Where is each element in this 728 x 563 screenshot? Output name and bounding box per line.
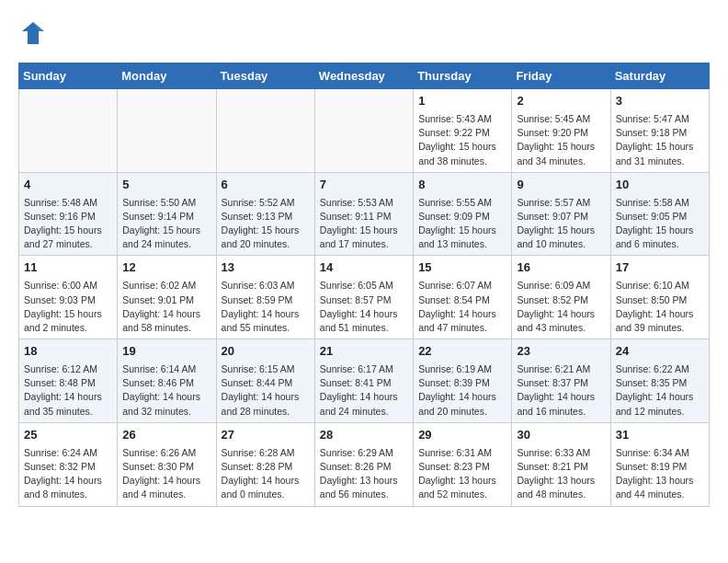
calendar-cell: 7Sunrise: 5:53 AM Sunset: 9:11 PM Daylig…	[314, 172, 413, 256]
day-number: 3	[616, 93, 704, 110]
day-content: Sunrise: 6:31 AM Sunset: 8:23 PM Dayligh…	[418, 446, 506, 502]
day-number: 24	[616, 343, 704, 361]
day-number: 13	[222, 259, 310, 277]
svg-marker-0	[22, 22, 44, 44]
day-content: Sunrise: 6:22 AM Sunset: 8:35 PM Dayligh…	[616, 362, 704, 419]
calendar-cell: 23Sunrise: 6:21 AM Sunset: 8:37 PM Dayli…	[512, 339, 610, 423]
calendar-cell: 14Sunrise: 6:05 AM Sunset: 8:57 PM Dayli…	[314, 256, 413, 339]
day-content: Sunrise: 5:47 AM Sunset: 9:18 PM Dayligh…	[616, 112, 704, 168]
calendar-cell: 31Sunrise: 6:34 AM Sunset: 8:19 PM Dayli…	[610, 422, 709, 506]
calendar-cell	[216, 89, 314, 173]
week-row-1: 1Sunrise: 5:43 AM Sunset: 9:22 PM Daylig…	[19, 89, 710, 173]
day-number: 1	[418, 93, 506, 110]
day-number: 15	[418, 259, 506, 277]
col-header-wednesday: Wednesday	[314, 63, 413, 89]
calendar-cell: 11Sunrise: 6:00 AM Sunset: 9:03 PM Dayli…	[19, 256, 118, 339]
day-number: 4	[24, 177, 112, 194]
calendar-cell: 8Sunrise: 5:55 AM Sunset: 9:09 PM Daylig…	[414, 172, 512, 256]
calendar-cell: 15Sunrise: 6:07 AM Sunset: 8:54 PM Dayli…	[414, 256, 512, 339]
day-number: 8	[418, 177, 506, 194]
day-content: Sunrise: 6:12 AM Sunset: 8:48 PM Dayligh…	[24, 362, 112, 419]
day-number: 5	[122, 177, 210, 194]
col-header-thursday: Thursday	[414, 63, 512, 89]
calendar-cell: 18Sunrise: 6:12 AM Sunset: 8:48 PM Dayli…	[19, 339, 118, 423]
calendar-cell: 21Sunrise: 6:17 AM Sunset: 8:41 PM Dayli…	[314, 339, 413, 423]
day-content: Sunrise: 6:03 AM Sunset: 8:59 PM Dayligh…	[222, 279, 310, 335]
day-number: 20	[222, 343, 310, 361]
day-number: 23	[517, 343, 605, 361]
calendar-cell: 16Sunrise: 6:09 AM Sunset: 8:52 PM Dayli…	[512, 256, 610, 339]
day-content: Sunrise: 6:21 AM Sunset: 8:37 PM Dayligh…	[517, 362, 605, 419]
day-number: 6	[222, 177, 310, 194]
day-content: Sunrise: 5:53 AM Sunset: 9:11 PM Dayligh…	[320, 196, 408, 252]
day-number: 2	[517, 93, 605, 110]
calendar-cell: 29Sunrise: 6:31 AM Sunset: 8:23 PM Dayli…	[414, 422, 512, 506]
col-header-sunday: Sunday	[19, 63, 118, 89]
day-content: Sunrise: 6:05 AM Sunset: 8:57 PM Dayligh…	[320, 279, 408, 335]
calendar-cell: 12Sunrise: 6:02 AM Sunset: 9:01 PM Dayli…	[118, 256, 216, 339]
day-content: Sunrise: 6:10 AM Sunset: 8:50 PM Dayligh…	[616, 279, 704, 335]
day-content: Sunrise: 5:58 AM Sunset: 9:05 PM Dayligh…	[616, 196, 704, 252]
day-content: Sunrise: 6:07 AM Sunset: 8:54 PM Dayligh…	[418, 279, 506, 335]
calendar-cell: 6Sunrise: 5:52 AM Sunset: 9:13 PM Daylig…	[216, 172, 314, 256]
day-number: 9	[517, 177, 605, 194]
day-content: Sunrise: 5:48 AM Sunset: 9:16 PM Dayligh…	[24, 196, 112, 252]
day-number: 19	[122, 343, 210, 361]
col-header-tuesday: Tuesday	[216, 63, 314, 89]
day-number: 12	[122, 259, 210, 277]
day-content: Sunrise: 5:45 AM Sunset: 9:20 PM Dayligh…	[517, 112, 605, 168]
calendar-cell: 26Sunrise: 6:26 AM Sunset: 8:30 PM Dayli…	[118, 422, 216, 506]
day-number: 11	[24, 259, 112, 277]
logo	[18, 18, 51, 48]
day-number: 16	[517, 259, 605, 277]
day-number: 10	[616, 177, 704, 194]
day-content: Sunrise: 6:34 AM Sunset: 8:19 PM Dayligh…	[616, 446, 704, 502]
col-header-saturday: Saturday	[610, 63, 709, 89]
calendar-cell: 22Sunrise: 6:19 AM Sunset: 8:39 PM Dayli…	[414, 339, 512, 423]
calendar-cell: 25Sunrise: 6:24 AM Sunset: 8:32 PM Dayli…	[19, 422, 118, 506]
day-content: Sunrise: 5:57 AM Sunset: 9:07 PM Dayligh…	[517, 196, 605, 252]
header-row: SundayMondayTuesdayWednesdayThursdayFrid…	[19, 63, 710, 89]
calendar-cell: 13Sunrise: 6:03 AM Sunset: 8:59 PM Dayli…	[216, 256, 314, 339]
day-content: Sunrise: 5:55 AM Sunset: 9:09 PM Dayligh…	[418, 196, 506, 252]
calendar-table: SundayMondayTuesdayWednesdayThursdayFrid…	[18, 63, 710, 507]
page-header	[18, 18, 710, 48]
calendar-cell: 5Sunrise: 5:50 AM Sunset: 9:14 PM Daylig…	[118, 172, 216, 256]
day-number: 21	[320, 343, 408, 361]
week-row-4: 18Sunrise: 6:12 AM Sunset: 8:48 PM Dayli…	[19, 339, 710, 423]
day-content: Sunrise: 6:17 AM Sunset: 8:41 PM Dayligh…	[320, 362, 408, 419]
day-number: 25	[24, 427, 112, 444]
calendar-cell: 17Sunrise: 6:10 AM Sunset: 8:50 PM Dayli…	[610, 256, 709, 339]
day-content: Sunrise: 6:19 AM Sunset: 8:39 PM Dayligh…	[418, 362, 506, 419]
day-content: Sunrise: 6:02 AM Sunset: 9:01 PM Dayligh…	[122, 279, 210, 335]
day-content: Sunrise: 6:15 AM Sunset: 8:44 PM Dayligh…	[222, 362, 310, 419]
day-content: Sunrise: 6:14 AM Sunset: 8:46 PM Dayligh…	[122, 362, 210, 419]
day-number: 22	[418, 343, 506, 361]
day-content: Sunrise: 5:50 AM Sunset: 9:14 PM Dayligh…	[122, 196, 210, 252]
day-number: 26	[122, 427, 210, 444]
day-content: Sunrise: 6:29 AM Sunset: 8:26 PM Dayligh…	[320, 446, 408, 502]
calendar-cell: 3Sunrise: 5:47 AM Sunset: 9:18 PM Daylig…	[610, 89, 709, 173]
week-row-5: 25Sunrise: 6:24 AM Sunset: 8:32 PM Dayli…	[19, 422, 710, 506]
day-content: Sunrise: 6:33 AM Sunset: 8:21 PM Dayligh…	[517, 446, 605, 502]
col-header-monday: Monday	[118, 63, 216, 89]
day-number: 30	[517, 427, 605, 444]
day-content: Sunrise: 6:26 AM Sunset: 8:30 PM Dayligh…	[122, 446, 210, 502]
calendar-cell: 30Sunrise: 6:33 AM Sunset: 8:21 PM Dayli…	[512, 422, 610, 506]
day-content: Sunrise: 5:52 AM Sunset: 9:13 PM Dayligh…	[222, 196, 310, 252]
day-content: Sunrise: 6:09 AM Sunset: 8:52 PM Dayligh…	[517, 279, 605, 335]
col-header-friday: Friday	[512, 63, 610, 89]
calendar-cell: 28Sunrise: 6:29 AM Sunset: 8:26 PM Dayli…	[314, 422, 413, 506]
day-number: 17	[616, 259, 704, 277]
calendar-cell: 2Sunrise: 5:45 AM Sunset: 9:20 PM Daylig…	[512, 89, 610, 173]
week-row-3: 11Sunrise: 6:00 AM Sunset: 9:03 PM Dayli…	[19, 256, 710, 339]
day-number: 7	[320, 177, 408, 194]
day-content: Sunrise: 5:43 AM Sunset: 9:22 PM Dayligh…	[418, 112, 506, 168]
day-number: 31	[616, 427, 704, 444]
calendar-cell	[19, 89, 118, 173]
logo-icon	[18, 18, 48, 48]
day-content: Sunrise: 6:24 AM Sunset: 8:32 PM Dayligh…	[24, 446, 112, 502]
calendar-cell: 20Sunrise: 6:15 AM Sunset: 8:44 PM Dayli…	[216, 339, 314, 423]
calendar-cell: 1Sunrise: 5:43 AM Sunset: 9:22 PM Daylig…	[414, 89, 512, 173]
calendar-cell: 27Sunrise: 6:28 AM Sunset: 8:28 PM Dayli…	[216, 422, 314, 506]
